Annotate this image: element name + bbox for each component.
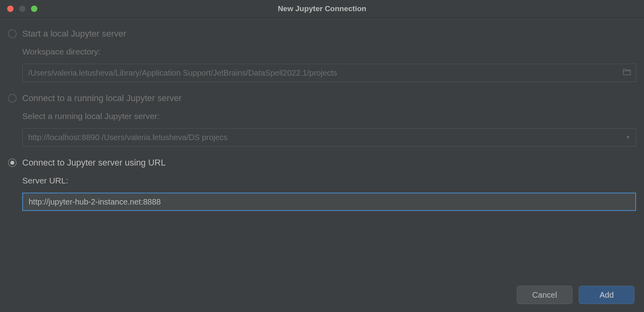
select-server-label: Select a running local Jupyter server: <box>22 111 636 121</box>
window-title: New Jupyter Connection <box>278 4 367 13</box>
workspace-directory-input <box>22 64 636 82</box>
option-connect-local: Connect to a running local Jupyter serve… <box>8 93 636 146</box>
option-start-local: Start a local Jupyter server Workspace d… <box>8 29 636 82</box>
workspace-directory-label: Workspace directory: <box>22 47 636 57</box>
cancel-button[interactable]: Cancel <box>517 286 572 304</box>
window-close-button[interactable] <box>7 6 14 12</box>
traffic-lights <box>7 6 37 12</box>
server-url-label: Server URL: <box>22 176 636 185</box>
window-minimize-button[interactable] <box>19 6 25 12</box>
dialog-content: Start a local Jupyter server Workspace d… <box>0 18 644 211</box>
chevron-down-icon: ▼ <box>626 135 630 140</box>
radio-label-connect-url: Connect to Jupyter server using URL <box>22 158 166 168</box>
select-server-dropdown <box>22 128 636 146</box>
radio-connect-url[interactable] <box>8 158 17 167</box>
titlebar: New Jupyter Connection <box>0 0 644 18</box>
radio-label-start-local: Start a local Jupyter server <box>22 29 126 39</box>
radio-label-connect-local: Connect to a running local Jupyter serve… <box>22 93 182 103</box>
dialog-footer: Cancel Add <box>517 286 634 304</box>
browse-folder-icon <box>623 68 631 77</box>
radio-connect-local[interactable] <box>8 94 17 103</box>
radio-start-local[interactable] <box>8 29 17 38</box>
add-button[interactable]: Add <box>579 286 634 304</box>
option-connect-url: Connect to Jupyter server using URL Serv… <box>8 158 636 211</box>
server-url-input[interactable] <box>22 193 636 211</box>
window-maximize-button[interactable] <box>31 6 37 12</box>
